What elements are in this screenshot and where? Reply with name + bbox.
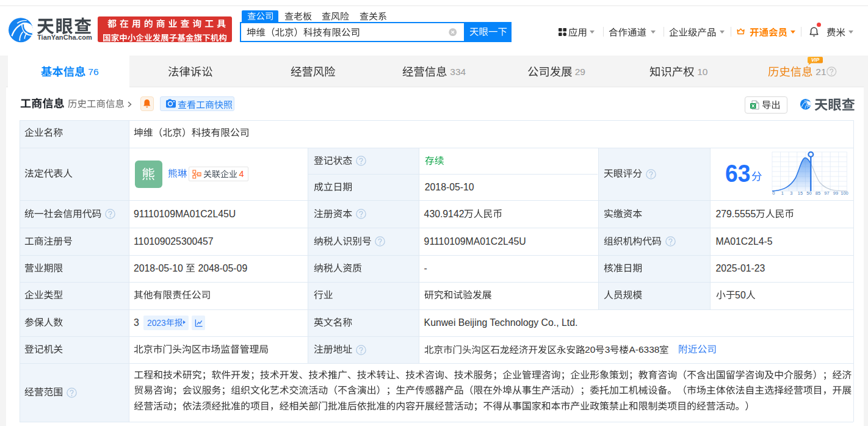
svg-text:VIP: VIP [811, 58, 820, 63]
svg-text:0: 0 [772, 191, 775, 197]
svg-text:85: 85 [815, 191, 820, 197]
svg-text:1: 1 [781, 191, 783, 197]
svg-text:97: 97 [824, 191, 829, 197]
svg-text:3: 3 [790, 191, 792, 197]
svg-text:100: 100 [841, 191, 848, 197]
svg-text:99: 99 [833, 191, 837, 197]
svg-text:50: 50 [806, 191, 811, 197]
svg-text:15: 15 [797, 191, 802, 197]
